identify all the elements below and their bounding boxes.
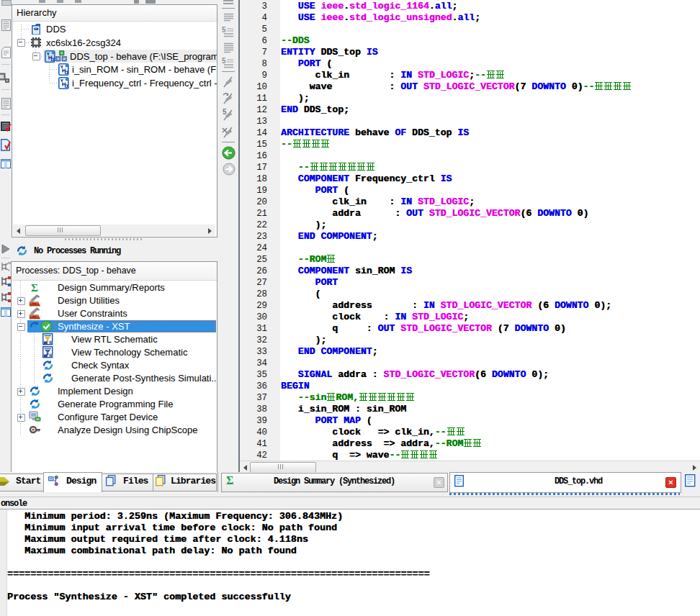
svg-text:5: 5 [222,26,226,34]
svg-text:5: 5 [223,108,227,116]
svg-text:5: 5 [222,57,226,65]
